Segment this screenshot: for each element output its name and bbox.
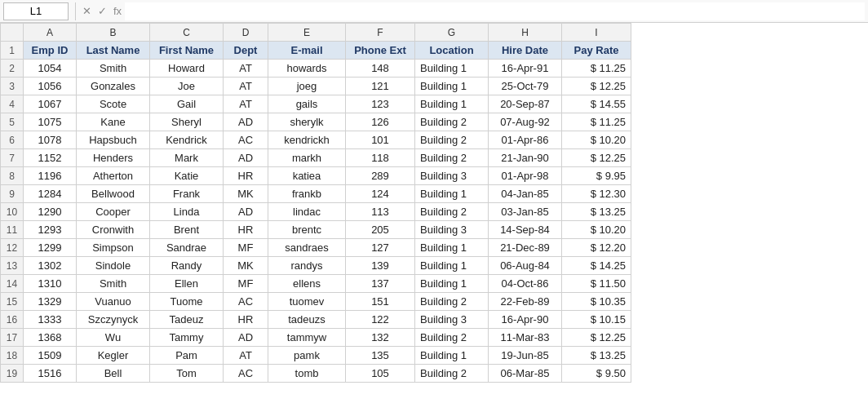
cell-email[interactable]: brentc [268,221,346,239]
header-emp-id[interactable]: Emp ID [24,42,77,60]
row-num-12[interactable]: 12 [1,239,24,257]
cell-dept[interactable]: AD [224,329,268,347]
cell-emp-id[interactable]: 1293 [24,221,77,239]
row-num-2[interactable]: 2 [1,60,24,78]
cell-first-name[interactable]: Linda [150,203,224,221]
cell-location[interactable]: Building 2 [415,329,489,347]
cell-last-name[interactable]: Wu [77,329,150,347]
cell-dept[interactable]: HR [224,311,268,329]
cell-first-name[interactable]: Pam [150,347,224,365]
cell-location[interactable]: Building 2 [415,203,489,221]
row-num-16[interactable]: 16 [1,311,24,329]
header-hire-date[interactable]: Hire Date [489,42,562,60]
cell-location[interactable]: Building 1 [415,239,489,257]
cell-hire-date[interactable]: 16-Apr-91 [489,60,562,78]
cell-first-name[interactable]: Mark [150,149,224,167]
cell-email[interactable]: joeg [268,78,346,95]
cell-phone-ext[interactable]: 126 [346,113,415,131]
col-header-g[interactable]: G [415,24,489,42]
row-num-5[interactable]: 5 [1,113,24,131]
cell-first-name[interactable]: Frank [150,185,224,203]
cell-location[interactable]: Building 1 [415,185,489,203]
cell-pay-rate[interactable]: $ 10.20 [562,221,631,239]
cell-email[interactable]: kendrickh [268,131,346,149]
cell-location[interactable]: Building 1 [415,257,489,275]
cell-first-name[interactable]: Brent [150,221,224,239]
cell-last-name[interactable]: Smith [77,60,150,78]
cell-hire-date[interactable]: 01-Apr-86 [489,131,562,149]
cell-email[interactable]: randys [268,257,346,275]
header-last-name[interactable]: Last Name [77,42,150,60]
col-header-e[interactable]: E [268,24,346,42]
cell-hire-date[interactable]: 06-Aug-84 [489,257,562,275]
cell-location[interactable]: Building 2 [415,131,489,149]
row-num-9[interactable]: 9 [1,185,24,203]
cell-emp-id[interactable]: 1056 [24,78,77,95]
row-num-11[interactable]: 11 [1,221,24,239]
cell-email[interactable]: sandraes [268,239,346,257]
cell-phone-ext[interactable]: 289 [346,167,415,185]
cell-pay-rate[interactable]: $ 9.50 [562,365,631,383]
cell-hire-date[interactable]: 20-Sep-87 [489,95,562,113]
cell-dept[interactable]: AT [224,95,268,113]
cell-dept[interactable]: AT [224,347,268,365]
cell-first-name[interactable]: Sheryl [150,113,224,131]
cell-emp-id[interactable]: 1290 [24,203,77,221]
cell-dept[interactable]: HR [224,167,268,185]
cell-first-name[interactable]: Kendrick [150,131,224,149]
cell-pay-rate[interactable]: $ 13.25 [562,203,631,221]
cell-emp-id[interactable]: 1333 [24,311,77,329]
cell-dept[interactable]: AC [224,365,268,383]
cell-last-name[interactable]: Gonzales [77,78,150,95]
cell-last-name[interactable]: Sindole [77,257,150,275]
cell-emp-id[interactable]: 1152 [24,149,77,167]
confirm-icon[interactable]: ✓ [98,5,107,17]
cell-last-name[interactable]: Bellwood [77,185,150,203]
row-num-19[interactable]: 19 [1,365,24,383]
cell-dept[interactable]: AD [224,203,268,221]
cell-pay-rate[interactable]: $ 12.25 [562,329,631,347]
cell-emp-id[interactable]: 1509 [24,347,77,365]
cell-location[interactable]: Building 3 [415,311,489,329]
cell-phone-ext[interactable]: 122 [346,311,415,329]
cell-phone-ext[interactable]: 101 [346,131,415,149]
cell-email[interactable]: katiea [268,167,346,185]
header-first-name[interactable]: First Name [150,42,224,60]
cell-email[interactable]: howards [268,60,346,78]
cell-last-name[interactable]: Scote [77,95,150,113]
cell-hire-date[interactable]: 25-Oct-79 [489,78,562,95]
cell-phone-ext[interactable]: 127 [346,239,415,257]
cell-emp-id[interactable]: 1075 [24,113,77,131]
cell-pay-rate[interactable]: $ 10.35 [562,293,631,311]
cell-location[interactable]: Building 1 [415,78,489,95]
row-num-17[interactable]: 17 [1,329,24,347]
header-dept[interactable]: Dept [224,42,268,60]
col-header-b[interactable]: B [77,24,150,42]
cell-location[interactable]: Building 2 [415,113,489,131]
cell-location[interactable]: Building 1 [415,347,489,365]
cell-emp-id[interactable]: 1310 [24,275,77,293]
col-header-f[interactable]: F [346,24,415,42]
cell-dept[interactable]: AT [224,78,268,95]
cell-hire-date[interactable]: 04-Jan-85 [489,185,562,203]
row-num-13[interactable]: 13 [1,257,24,275]
cancel-icon[interactable]: ✕ [82,5,91,17]
col-header-c[interactable]: C [150,24,224,42]
cell-dept[interactable]: AT [224,60,268,78]
cell-last-name[interactable]: Szczynyck [77,311,150,329]
cell-email[interactable]: markh [268,149,346,167]
cell-hire-date[interactable]: 06-Mar-85 [489,365,562,383]
cell-last-name[interactable]: Henders [77,149,150,167]
row-num-10[interactable]: 10 [1,203,24,221]
cell-pay-rate[interactable]: $ 14.55 [562,95,631,113]
cell-emp-id[interactable]: 1368 [24,329,77,347]
row-num-15[interactable]: 15 [1,293,24,311]
cell-pay-rate[interactable]: $ 12.25 [562,78,631,95]
cell-email[interactable]: tuomev [268,293,346,311]
cell-location[interactable]: Building 3 [415,167,489,185]
cell-pay-rate[interactable]: $ 9.95 [562,167,631,185]
cell-first-name[interactable]: Howard [150,60,224,78]
cell-pay-rate[interactable]: $ 11.25 [562,113,631,131]
cell-first-name[interactable]: Tom [150,365,224,383]
cell-dept[interactable]: HR [224,221,268,239]
